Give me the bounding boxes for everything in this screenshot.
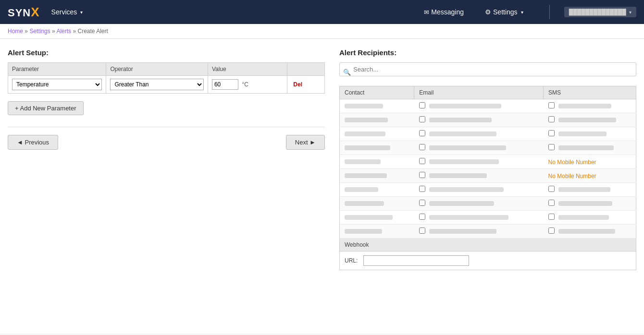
search-wrapper: 🔍 — [339, 62, 636, 81]
add-parameter-button[interactable]: + Add New Parameter — [8, 101, 84, 115]
table-row — [340, 197, 636, 211]
table-row — [340, 183, 636, 197]
breadcrumb-current: Create Alert — [77, 28, 108, 35]
webhook-body: URL: — [340, 251, 636, 270]
breadcrumb-alerts[interactable]: Alerts — [56, 28, 71, 35]
contact-cell — [340, 183, 414, 197]
email-address — [429, 118, 492, 122]
contact-name — [345, 173, 387, 178]
sms-checkbox[interactable] — [548, 144, 555, 150]
no-mobile-label: No Mobile Number — [548, 173, 596, 179]
next-button[interactable]: Next ► — [286, 135, 325, 150]
breadcrumb-sep3: » — [73, 28, 77, 35]
contact-cell — [340, 99, 414, 113]
contact-name — [345, 215, 393, 220]
table-row — [340, 225, 636, 239]
sms-checkbox[interactable] — [548, 102, 555, 108]
sms-cell — [544, 127, 636, 141]
email-checkbox[interactable] — [419, 172, 425, 178]
sms-checkbox[interactable] — [548, 214, 555, 220]
left-panel: Alert Setup: Parameter Operator Value Te… — [8, 48, 325, 324]
contact-name — [345, 229, 382, 234]
email-checkbox[interactable] — [419, 200, 425, 206]
user-menu[interactable]: ██████████████ ▾ — [564, 7, 636, 17]
alert-recipients-title: Alert Recipients: — [339, 48, 636, 57]
username-label: ██████████████ — [569, 9, 626, 15]
nav-divider — [549, 5, 550, 19]
webhook-url-label: URL: — [345, 257, 358, 264]
webhook-url-input[interactable] — [363, 255, 469, 266]
sms-checkbox[interactable] — [548, 186, 555, 192]
breadcrumb-settings[interactable]: Settings — [29, 28, 50, 35]
contact-name — [345, 187, 378, 192]
sms-number — [558, 118, 616, 122]
email-checkbox[interactable] — [419, 158, 425, 164]
sms-number — [558, 145, 614, 150]
mail-icon: ✉ — [424, 9, 429, 16]
email-address — [429, 132, 496, 136]
messaging-nav[interactable]: ✉ Messaging — [424, 8, 464, 16]
contact-cell — [340, 113, 414, 127]
contact-cell — [340, 155, 414, 169]
email-cell — [414, 169, 544, 183]
email-cell — [414, 225, 544, 239]
unit-label: °C — [242, 81, 248, 88]
col-header-operator: Operator — [106, 63, 208, 76]
sms-cell — [544, 99, 636, 113]
email-cell — [414, 99, 544, 113]
email-checkbox[interactable] — [419, 214, 425, 220]
table-row — [340, 127, 636, 141]
sms-checkbox[interactable] — [548, 116, 555, 122]
email-checkbox[interactable] — [419, 102, 425, 108]
email-checkbox[interactable] — [419, 144, 425, 150]
email-checkbox[interactable] — [419, 227, 425, 234]
email-address — [429, 215, 508, 220]
logo[interactable]: SYNX — [8, 5, 40, 20]
sms-checkbox[interactable] — [548, 227, 555, 234]
main-content: Alert Setup: Parameter Operator Value Te… — [0, 39, 644, 334]
email-checkbox[interactable] — [419, 116, 425, 122]
email-cell — [414, 197, 544, 211]
sms-number — [558, 201, 612, 206]
services-menu[interactable]: Services ▾ — [51, 8, 83, 16]
contact-name — [345, 104, 383, 108]
email-cell — [414, 155, 544, 169]
sms-checkbox[interactable] — [548, 130, 555, 136]
email-address — [429, 159, 499, 164]
top-navigation: SYNX Services ▾ ✉ Messaging ⚙ Settings ▾… — [0, 0, 644, 24]
email-checkbox[interactable] — [419, 186, 425, 192]
email-address — [429, 187, 504, 192]
table-row: No Mobile Number — [340, 169, 636, 183]
parameter-select[interactable]: Temperature Humidity Pressure Speed — [12, 79, 102, 90]
col-header-value: Value — [208, 63, 287, 76]
chevron-down-icon: ▾ — [629, 10, 632, 15]
value-input[interactable] — [212, 79, 238, 90]
breadcrumb-home[interactable]: Home — [8, 28, 23, 35]
sms-checkbox[interactable] — [548, 200, 555, 206]
contact-cell — [340, 225, 414, 239]
delete-row-button[interactable]: Del — [291, 80, 304, 89]
sms-cell — [544, 211, 636, 225]
gear-icon: ⚙ — [485, 8, 491, 16]
logo-accent: X — [31, 5, 39, 19]
table-row — [340, 113, 636, 127]
sms-cell — [544, 183, 636, 197]
email-cell — [414, 211, 544, 225]
contact-cell — [340, 169, 414, 183]
settings-nav[interactable]: ⚙ Settings ▾ — [485, 8, 523, 16]
contact-name — [345, 145, 390, 150]
del-cell: Del — [287, 76, 325, 94]
search-input[interactable] — [339, 62, 636, 76]
previous-button[interactable]: ◄ Previous — [8, 135, 58, 150]
nav-right: ✉ Messaging ⚙ Settings ▾ ██████████████ … — [424, 5, 636, 19]
no-mobile-label: No Mobile Number — [548, 159, 596, 166]
parameter-cell: Temperature Humidity Pressure Speed — [8, 76, 106, 94]
sms-number — [558, 215, 609, 220]
table-row: No Mobile Number — [340, 155, 636, 169]
email-cell — [414, 113, 544, 127]
email-cell — [414, 141, 544, 155]
operator-select[interactable]: Greater Than Less Than Equal To — [110, 79, 204, 90]
table-row — [340, 141, 636, 155]
chevron-down-icon: ▾ — [80, 10, 83, 15]
email-checkbox[interactable] — [419, 130, 425, 136]
